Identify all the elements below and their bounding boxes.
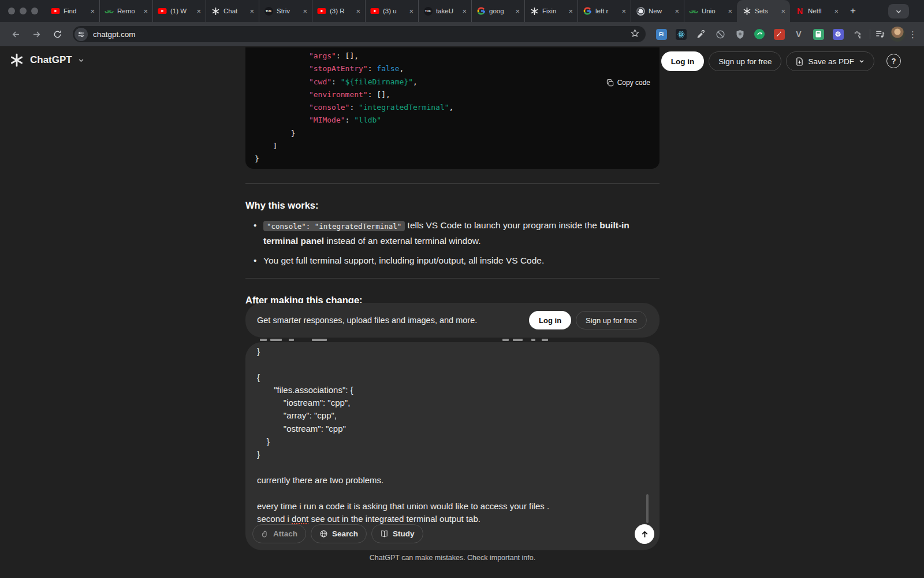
send-button[interactable] (635, 524, 654, 544)
toolbar-extension-shield[interactable] (733, 28, 746, 40)
green-extension-icon (754, 29, 765, 39)
netflix-favicon-icon: N (797, 6, 803, 16)
extensions-puzzle-icon (852, 29, 863, 39)
tab-close-icon[interactable]: × (90, 7, 95, 16)
shield-icon (736, 29, 744, 39)
composer-line: } (257, 345, 644, 358)
url-text[interactable]: chatgpt.com (93, 30, 630, 39)
zoom-window-icon[interactable] (31, 8, 38, 14)
login-button[interactable]: Log in (661, 51, 705, 71)
address-bar[interactable]: chatgpt.com (73, 26, 646, 42)
banner-signup-button[interactable]: Sign up for free (576, 311, 647, 329)
youtube-favicon-icon (158, 6, 167, 16)
composer[interactable]: } { "files.associations": { "iostream": … (245, 342, 660, 550)
globe-icon (319, 529, 328, 538)
code-line: ] (255, 140, 650, 153)
browser-menu-icon[interactable]: ⋮ (908, 33, 917, 36)
toolbar-extension-fi[interactable]: FI (655, 28, 668, 40)
toolbar-extension-greendot[interactable] (753, 28, 766, 40)
tab-overflow-button[interactable] (888, 4, 909, 18)
site-settings-icon[interactable] (74, 28, 88, 41)
tab-title: goog (489, 8, 512, 14)
toolbar-extension-blocker[interactable] (714, 28, 726, 40)
bookmark-star-icon[interactable] (630, 28, 640, 40)
tab-close-icon[interactable]: × (568, 7, 573, 16)
toolbar-extension-wand[interactable] (773, 28, 785, 40)
composer-line: { (257, 371, 644, 384)
tab-title: Remo (117, 8, 140, 14)
takeuforward-favicon-icon: TUF (264, 7, 273, 16)
chrome-favicon-icon (636, 7, 645, 16)
browser-tab[interactable]: Remo× (99, 0, 152, 22)
browser-tab[interactable]: New× (631, 0, 684, 22)
tab-close-icon[interactable]: × (675, 7, 679, 16)
tab-close-icon[interactable]: × (356, 7, 360, 16)
close-window-icon[interactable] (8, 8, 15, 14)
tab-close-icon[interactable]: × (196, 7, 201, 16)
toolbar-extension-puzzle[interactable] (851, 28, 864, 40)
tab-close-icon[interactable]: × (462, 7, 467, 16)
browser-tab[interactable]: (3) u× (365, 0, 418, 22)
tab-close-icon[interactable]: × (303, 7, 307, 16)
app-title: ChatGPT (30, 54, 72, 66)
tab-close-icon[interactable]: × (834, 7, 839, 16)
assistant-code-block: "args": [],"stopAtEntry": false,"cwd": "… (245, 47, 660, 169)
browser-tab[interactable]: TUFtakeU× (418, 0, 471, 22)
signup-button[interactable]: Sign up for free (709, 51, 781, 71)
new-tab-button[interactable]: + (850, 5, 856, 17)
browser-tab[interactable]: Unio× (684, 0, 737, 22)
help-button[interactable]: ? (886, 54, 901, 68)
tab-close-icon[interactable]: × (621, 7, 626, 16)
media-controls-icon[interactable] (874, 28, 886, 40)
back-button[interactable] (7, 25, 24, 43)
copy-code-button[interactable]: Copy code (606, 79, 650, 87)
composer-line: currently there are two problems. (257, 474, 644, 487)
minimize-window-icon[interactable] (20, 8, 27, 14)
toolbar-extension-vimium[interactable]: V (792, 28, 805, 40)
code-line: "console": "integratedTerminal", (255, 101, 650, 114)
tab-close-icon[interactable]: × (781, 7, 785, 16)
chatgpt-model-switcher[interactable]: ChatGPT (9, 53, 84, 68)
tab-close-icon[interactable]: × (409, 7, 413, 16)
book-icon (380, 529, 389, 538)
window-controls[interactable] (0, 8, 46, 14)
arrow-up-icon (640, 529, 650, 539)
section-divider (245, 278, 660, 279)
browser-tab[interactable]: left r× (578, 0, 631, 22)
search-button[interactable]: Search (311, 524, 367, 543)
reload-button[interactable] (49, 25, 66, 43)
tab-close-icon[interactable]: × (249, 7, 254, 16)
tab-close-icon[interactable]: × (515, 7, 520, 16)
toolbar-divider (870, 29, 870, 39)
toolbar-extension-react[interactable] (675, 28, 687, 40)
toolbar-extension-dropper[interactable] (694, 28, 707, 40)
tab-close-icon[interactable]: × (728, 7, 732, 16)
browser-tab-active[interactable]: Sets× (737, 0, 790, 22)
youtube-favicon-icon (370, 6, 379, 16)
tab-close-icon[interactable]: × (143, 7, 148, 16)
browser-tab[interactable]: (3) R× (312, 0, 365, 22)
browser-tab[interactable]: Chat× (206, 0, 259, 22)
clipped-text-fragment (502, 339, 509, 341)
browser-tab[interactable]: Find× (46, 0, 99, 22)
google-favicon-icon (583, 6, 592, 16)
chevron-down-icon (859, 58, 865, 64)
browser-tab[interactable]: (1) W× (152, 0, 206, 22)
composer-line: "ostream": "cpp" (257, 423, 644, 435)
save-as-pdf-button[interactable]: Save as PDF (786, 51, 874, 71)
browser-profile-avatar[interactable] (890, 27, 905, 42)
attach-button[interactable]: Attach (252, 524, 306, 543)
study-button[interactable]: Study (371, 524, 423, 543)
browser-tab[interactable]: goog× (471, 0, 524, 22)
forward-button[interactable] (28, 25, 45, 43)
toolbar-extension-settings[interactable] (832, 28, 844, 40)
browser-tab[interactable]: NNetfl× (790, 0, 843, 22)
code-line: "stopAtEntry": false, (255, 62, 650, 75)
composer-scrollbar[interactable] (646, 494, 649, 523)
browser-tab[interactable]: TUFStriv× (259, 0, 312, 22)
browser-tab[interactable]: Fixin× (524, 0, 578, 22)
toolbar-extension-exporter[interactable] (812, 28, 825, 40)
banner-login-button[interactable]: Log in (529, 311, 571, 329)
tab-title: takeU (436, 8, 459, 14)
composer-input[interactable]: } { "files.associations": { "iostream": … (257, 345, 644, 525)
